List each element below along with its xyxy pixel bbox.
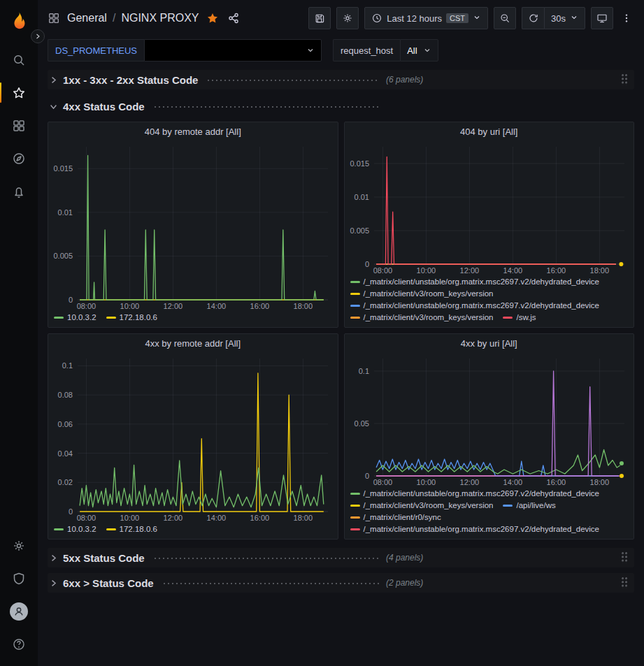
time-series-chart[interactable]: 08:0010:0012:0014:0016:0018:0000.050.1 <box>345 353 634 487</box>
tv-mode-button[interactable] <box>591 7 613 29</box>
legend-swatch <box>350 281 360 283</box>
legend-item[interactable]: 172.18.0.6 <box>106 523 157 535</box>
chevron-right-icon <box>49 553 59 563</box>
legend-swatch <box>350 493 360 495</box>
datasource-select[interactable] <box>144 39 322 61</box>
more-options-button[interactable] <box>619 7 634 29</box>
legend-item[interactable]: 172.18.0.6 <box>106 312 157 324</box>
svg-text:0.01: 0.01 <box>58 208 73 217</box>
save-dashboard-button[interactable] <box>308 7 331 29</box>
time-range-label: Last 12 hours <box>387 13 442 24</box>
sidebar-item-alerting[interactable] <box>0 175 38 208</box>
sidebar-item-configuration[interactable] <box>0 529 38 562</box>
sidebar-item-explore[interactable] <box>0 142 38 175</box>
legend-item[interactable]: /_matrix/client/v3/room_keys/version <box>350 312 494 324</box>
legend-item[interactable]: 10.0.3.2 <box>54 523 96 535</box>
row-left: 5xx Status Code <box>49 552 379 564</box>
time-range-picker[interactable]: Last 12 hours CST <box>364 7 488 29</box>
time-series-chart[interactable]: 08:0010:0012:0014:0016:0018:0000.0050.01… <box>345 141 634 275</box>
sidebar-item-profile[interactable] <box>0 595 38 628</box>
legend-label: /api/live/ws <box>516 500 555 512</box>
chevron-down-icon <box>570 13 578 24</box>
legend-item[interactable]: /_matrix/client/unstable/org.matrix.msc2… <box>350 276 600 288</box>
legend-item[interactable]: /_matrix/client/unstable/org.matrix.msc2… <box>350 523 600 535</box>
legend-swatch <box>503 317 513 319</box>
refresh-button[interactable] <box>522 7 544 29</box>
legend-label: /_matrix/client/unstable/org.matrix.msc2… <box>364 300 600 312</box>
legend-item[interactable]: /_matrix/client/v3/room_keys/version <box>350 288 494 300</box>
star-icon <box>12 86 26 100</box>
svg-text:0.05: 0.05 <box>354 419 368 428</box>
svg-text:14:00: 14:00 <box>207 302 227 310</box>
time-series-chart[interactable]: 08:0010:0012:0014:0016:0018:0000.020.040… <box>48 353 338 523</box>
panel-title[interactable]: 404 by uri [All] <box>345 122 634 141</box>
svg-text:16:00: 16:00 <box>250 514 270 522</box>
share-icon[interactable] <box>227 12 240 24</box>
dashboard-settings-button[interactable] <box>336 7 359 29</box>
chevron-down-icon <box>473 13 481 24</box>
legend-item[interactable]: 10.0.3.2 <box>54 312 96 324</box>
breadcrumb: General / NGINX PROXY <box>67 12 199 24</box>
legend-swatch <box>350 305 360 307</box>
zoom-out-button[interactable] <box>494 7 516 29</box>
variable-label-request-host: request_host <box>333 39 400 61</box>
variable-datasource: DS_PROMETHEUS <box>48 39 322 61</box>
grafana-app: General / NGINX PROXY <box>0 0 644 666</box>
refresh-interval-label: 30s <box>551 13 566 24</box>
breadcrumb-title[interactable]: NGINX PROXY <box>121 12 199 24</box>
row-header-6xx[interactable]: 6xx > Status Code (2 panels) <box>48 573 634 593</box>
row-drag-handle[interactable] <box>622 74 629 85</box>
chevron-down-icon <box>423 46 431 55</box>
row-header-4xx[interactable]: 4xx Status Code <box>48 96 634 116</box>
row-header-5xx[interactable]: 5xx Status Code (4 panels) <box>48 548 634 567</box>
favorite-star-icon[interactable] <box>206 12 219 24</box>
svg-text:0.06: 0.06 <box>58 420 73 428</box>
dotted-leader <box>155 558 379 559</box>
row-drag-handle[interactable] <box>622 577 629 588</box>
sidebar-item-help[interactable] <box>0 628 38 660</box>
row-drag-handle[interactable] <box>622 552 629 563</box>
chevron-right-icon <box>34 33 41 40</box>
request-host-select[interactable]: All <box>400 39 438 61</box>
request-host-value: All <box>407 45 417 56</box>
legend-item[interactable]: /api/live/ws <box>503 500 555 512</box>
legend-label: /sw.js <box>516 312 536 324</box>
panel-404-by-remote-addr: 404 by remote addr [All] 08:0010:0012:00… <box>48 122 338 328</box>
row-left: 1xx - 3xx - 2xx Status Code <box>49 74 379 86</box>
sidebar-item-search[interactable] <box>0 43 38 76</box>
legend-item[interactable]: /_matrix/client/unstable/org.matrix.msc2… <box>350 300 600 312</box>
svg-text:0: 0 <box>364 472 368 480</box>
legend-label: 172.18.0.6 <box>120 312 157 324</box>
expand-sidebar-button[interactable] <box>31 29 45 43</box>
legend-item[interactable]: /_matrix/client/unstable/org.matrix.msc2… <box>350 488 600 500</box>
chart-svg: 08:0010:0012:0014:0016:0018:0000.050.1 <box>345 353 634 487</box>
sidebar-item-dashboards[interactable] <box>0 109 38 142</box>
svg-text:12:00: 12:00 <box>164 302 183 310</box>
panel-title[interactable]: 404 by remote addr [All] <box>48 122 338 141</box>
time-series-chart[interactable]: 08:0010:0012:0014:0016:0018:0000.0050.01… <box>48 141 338 311</box>
search-icon <box>12 53 26 67</box>
panel-title[interactable]: 4xx by uri [All] <box>345 334 634 353</box>
variable-label-datasource: DS_PROMETHEUS <box>48 39 144 61</box>
svg-text:10:00: 10:00 <box>120 514 140 522</box>
avatar <box>10 602 28 621</box>
sidebar-item-server-admin[interactable] <box>0 562 38 595</box>
svg-text:0: 0 <box>69 296 73 304</box>
svg-text:0.1: 0.1 <box>358 367 368 375</box>
apps-grid-icon <box>48 12 60 24</box>
legend-item[interactable]: /sw.js <box>503 312 536 324</box>
breadcrumb-section[interactable]: General <box>67 12 107 24</box>
legend-swatch <box>350 528 360 530</box>
sidebar-item-starred[interactable] <box>0 76 38 109</box>
panel-title[interactable]: 4xx by remote addr [All] <box>48 334 338 353</box>
legend-item[interactable]: /_matrix/client/r0/sync <box>350 512 441 523</box>
chevron-right-icon <box>49 579 59 588</box>
row-title: 5xx Status Code <box>63 552 145 564</box>
dotted-leader <box>208 80 379 81</box>
refresh-interval-dropdown[interactable]: 30s <box>544 7 585 29</box>
legend-item[interactable]: /_matrix/client/v3/room_keys/version <box>350 500 494 512</box>
row-left: 4xx Status Code <box>49 101 379 113</box>
clock-icon <box>371 13 382 24</box>
person-icon <box>13 605 25 618</box>
row-header-1xx-3xx-2xx[interactable]: 1xx - 3xx - 2xx Status Code (6 panels) <box>48 70 634 89</box>
